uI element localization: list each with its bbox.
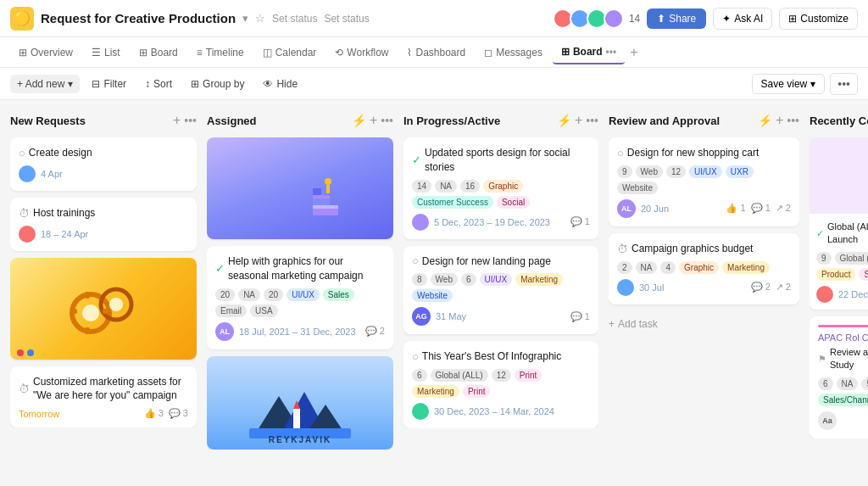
card-title: Help with graphics for our seasonal mark… [228, 254, 385, 283]
tab-dashboard[interactable]: ⌇ Dashboard [398, 42, 474, 64]
card-create-design[interactable]: ○ Create design 4 Apr [10, 137, 197, 191]
tag: Web [636, 165, 663, 178]
card-campaign-graphics[interactable]: ⏱ Campaign graphics budget 2 NA 4 Graphi… [609, 233, 799, 304]
add-new-label: + Add new [17, 78, 64, 90]
set-status-label[interactable]: Set status [324, 13, 369, 25]
add-new-button[interactable]: + Add new ▾ [10, 75, 80, 93]
tag: UXR [726, 165, 754, 178]
tab-list[interactable]: ☰ List [83, 42, 129, 64]
card-design-shopping-cart[interactable]: ○ Design for new shopping cart 9 Web 12 … [609, 137, 799, 226]
tag: 6 [461, 273, 476, 286]
share-button[interactable]: ⬆ Share [647, 8, 706, 29]
avatar [604, 8, 624, 29]
group-by-button[interactable]: ⊞ Group by [184, 75, 251, 93]
save-view-button[interactable]: Save view ▾ [752, 74, 826, 94]
tag: 4 [660, 261, 676, 274]
lightning-icon: ⚡ [557, 114, 571, 127]
tag: 8 [412, 273, 427, 286]
card-help-graphics[interactable]: ✓ Help with graphics for our seasonal ma… [207, 246, 393, 349]
tag: UI/UX [480, 273, 513, 286]
column-more-button-assigned[interactable]: ••• [381, 114, 393, 127]
status-icon: ✓ [816, 228, 824, 239]
column-actions-in-progress: ⚡ + ••• [557, 114, 598, 127]
svg-rect-11 [313, 195, 330, 198]
status-icon: ✓ [412, 154, 421, 166]
board-more-icon[interactable]: ••• [606, 46, 617, 58]
column-cards-assigned: ✓ Help with graphics for our seasonal ma… [207, 137, 393, 450]
more-icon: ••• [837, 77, 850, 91]
card-tags: 9 Global (ALL) 10 Gra... Product Social … [816, 252, 868, 281]
tag: Product [816, 268, 855, 281]
column-add-button-new-requests[interactable]: + [173, 114, 181, 127]
column-more-button-review[interactable]: ••• [787, 114, 799, 127]
status-icon: ○ [412, 254, 419, 267]
card-title: Design for new shopping cart [627, 146, 759, 160]
tag: 20 [264, 288, 283, 301]
title-chevron-icon[interactable]: ▾ [242, 12, 248, 25]
toolbar-more-button[interactable]: ••• [830, 73, 858, 95]
hide-button[interactable]: 👁 Hide [256, 75, 304, 93]
tag: Print [515, 369, 542, 382]
tag: Marketing [722, 261, 770, 274]
column-header-review: Review and Approval ⚡ + ••• [609, 110, 799, 131]
column-title-new-requests: New Requests [10, 115, 86, 127]
add-tab-button[interactable]: + [630, 45, 637, 60]
set-status[interactable]: Set status [272, 13, 317, 25]
title-star-icon[interactable]: ☆ [255, 12, 265, 25]
card-customized-marketing[interactable]: ⏱ Customized marketing assets for "We ar… [10, 366, 197, 428]
tab-messages[interactable]: ◻ Messages [476, 42, 551, 64]
top-bar-left: 🟡 Request for Creative Production ▾ ☆ Se… [10, 7, 370, 31]
board-active-icon: ⊞ [561, 46, 570, 58]
column-add-button-in-progress[interactable]: + [575, 114, 582, 127]
column-add-button-assigned[interactable]: + [370, 114, 377, 127]
tab-timeline[interactable]: ≡ Timeline [188, 42, 253, 64]
tab-overview[interactable]: ⊞ Overview [10, 42, 81, 64]
tab-workflow[interactable]: ⟲ Workflow [326, 42, 397, 64]
card-meta: 18 – 24 Apr [19, 226, 188, 243]
tag: 20 [215, 288, 235, 301]
status-icon: ⏱ [19, 383, 30, 395]
tag: Graphic [483, 180, 523, 193]
app-logo[interactable]: 🟡 [10, 7, 34, 31]
card-reactions: 👍 3 💬 3 [144, 408, 188, 419]
svg-rect-13 [313, 185, 321, 188]
card-host-trainings[interactable]: ⏱ Host trainings 18 – 24 Apr [10, 198, 197, 251]
card-best-of-infographic[interactable]: ○ This Year's Best Of Infographic 6 Glob… [403, 341, 598, 428]
card-global-hero-image[interactable]: ✓ Global (ALL), Hero Image for Product L… [810, 137, 868, 310]
svg-point-14 [325, 178, 331, 185]
ask-ai-button[interactable]: ✦ Ask AI [713, 8, 772, 30]
customize-icon: ⊞ [788, 13, 797, 25]
card-tags: 20 NA 20 UI/UX Sales Email USA [215, 288, 385, 317]
card-link[interactable]: APAC Rol Case Study › [818, 332, 868, 343]
stairs-illustration [253, 146, 347, 231]
card-stairs-image[interactable] [207, 137, 393, 239]
tab-board-active[interactable]: ⊞ Board ••• [553, 41, 625, 64]
card-tags: 9 Web 12 UI/UX UXR Website [617, 165, 791, 194]
svg-rect-7 [103, 309, 109, 314]
filter-button[interactable]: ⊟ Filter [85, 75, 133, 93]
card-apac-case-study[interactable]: APAC Rol Case Study › ⚑ Review and Appro… [810, 316, 868, 439]
tag: Social [859, 268, 868, 281]
tag: Marketing [515, 273, 563, 286]
project-title: Request for Creative Production [41, 11, 236, 25]
card-tags: 6 Global (ALL) 12 Print Marketing Print [412, 369, 590, 398]
toolbar: + Add new ▾ ⊟ Filter ↕ Sort ⊞ Group by 👁… [0, 68, 868, 100]
avatar [19, 165, 36, 182]
card-design-landing[interactable]: ○ Design for new landing page 8 Web 6 UI… [403, 246, 598, 335]
card-updated-sports[interactable]: ✓ Updated sports design for social stori… [403, 137, 598, 239]
card-reactions: 💬 2↗ 2 [751, 282, 791, 293]
hide-icon: 👁 [263, 78, 273, 90]
card-title: Review and Approve - APAC Case Study [830, 346, 868, 372]
column-add-button-review[interactable]: + [776, 114, 783, 127]
column-more-button-new-requests[interactable]: ••• [184, 114, 197, 127]
sort-button[interactable]: ↕ Sort [138, 75, 179, 93]
customize-button[interactable]: ⊞ Customize [779, 8, 858, 30]
tab-board[interactable]: ⊞ Board [131, 42, 186, 64]
add-task-button[interactable]: + Add task [609, 311, 799, 337]
tab-calendar[interactable]: ◫ Calendar [254, 42, 326, 64]
card-date: 5 Dec, 2023 – 19 Dec, 2023 [434, 217, 550, 227]
card-reykjavik-image[interactable]: REYKJAVIK [207, 356, 393, 450]
tag: 2 [617, 261, 632, 274]
column-more-button-in-progress[interactable]: ••• [586, 114, 598, 127]
card-image-gears[interactable] [10, 258, 197, 360]
